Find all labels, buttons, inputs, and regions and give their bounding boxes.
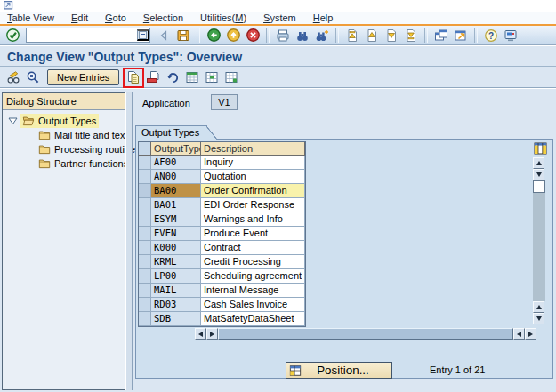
new-entries-button[interactable]: New Entries [47, 69, 119, 85]
last-page-icon[interactable] [402, 27, 420, 44]
customize-icon[interactable] [502, 27, 520, 44]
scroll-right-icon[interactable] [206, 328, 218, 340]
delete-line-icon[interactable] [144, 69, 162, 86]
sap-window: { "titlebar": { "window_icon": "window-f… [0, 0, 556, 392]
save-icon[interactable] [174, 27, 192, 44]
scroll-up-icon[interactable] [533, 301, 544, 313]
row-select-cell[interactable] [139, 269, 151, 284]
row-select-cell[interactable] [139, 184, 151, 198]
description-cell[interactable]: Warnings and Info [201, 212, 305, 227]
description-cell[interactable]: Scheduling agreement [201, 269, 305, 284]
vertical-scrollbar-trough[interactable] [533, 193, 545, 301]
row-select-cell[interactable] [139, 170, 151, 184]
description-cell[interactable]: Order Confirmation [201, 184, 305, 198]
scroll-up-icon[interactable] [533, 157, 544, 169]
menu-selection[interactable]: Selection [143, 12, 183, 23]
row-select-cell[interactable] [139, 212, 151, 227]
display-change-icon[interactable] [4, 69, 22, 86]
back-icon[interactable] [205, 27, 222, 44]
output-type-cell[interactable]: ESYM [151, 212, 201, 227]
shortcut-icon[interactable] [452, 27, 470, 44]
exit-icon[interactable] [224, 27, 242, 44]
scroll-down-icon[interactable] [533, 313, 544, 324]
output-type-cell[interactable]: AN00 [151, 170, 201, 184]
copy-icon[interactable] [125, 69, 142, 86]
description-cell[interactable]: Cash Sales Invoice [201, 298, 305, 312]
application-value-field[interactable]: V1 [211, 94, 238, 110]
menu-system[interactable]: System [263, 12, 296, 23]
menu-edit[interactable]: Edit [71, 12, 88, 23]
scroll-down-icon[interactable] [533, 169, 544, 180]
row-select-cell[interactable] [139, 198, 151, 212]
select-all-icon[interactable] [183, 69, 201, 86]
column-header-outputtype[interactable]: OutputType [151, 142, 201, 156]
overview-icon[interactable] [24, 69, 42, 86]
help-icon[interactable]: ? [482, 27, 500, 44]
output-type-cell[interactable]: LP00 [151, 269, 201, 284]
row-select-cell[interactable] [139, 284, 151, 298]
output-type-cell[interactable]: MAIL [151, 284, 201, 298]
position-grid-icon [289, 364, 303, 377]
description-cell[interactable]: Quotation [201, 170, 305, 184]
scroll-left-icon[interactable] [513, 328, 525, 340]
row-select-cell[interactable] [139, 255, 151, 269]
row-select-cell[interactable] [139, 227, 151, 241]
output-type-cell[interactable]: SDB [151, 312, 201, 326]
tree-item-mail-title-and-texts[interactable]: Mail title and texts [3, 128, 125, 142]
page-up-icon[interactable] [363, 27, 381, 44]
scroll-left-icon[interactable] [195, 328, 206, 340]
horizontal-scrollbar-thumb[interactable] [218, 328, 513, 340]
output-type-cell[interactable]: KRML [151, 255, 201, 269]
page-down-icon[interactable] [383, 27, 400, 44]
deselect-all-icon[interactable] [222, 69, 240, 86]
tree-item-partner-functions[interactable]: Partner functions [3, 156, 125, 171]
table-settings-icon[interactable] [533, 141, 548, 156]
position-button[interactable]: Position... [286, 362, 392, 379]
tree-item-output-types[interactable]: Output Types [3, 114, 125, 128]
new-session-icon[interactable] [432, 27, 450, 44]
select-all-column-header[interactable] [139, 142, 151, 156]
row-select-cell[interactable] [139, 156, 151, 170]
description-cell[interactable]: Produce Event [201, 227, 305, 241]
menu-table-view[interactable]: Table View [7, 12, 54, 23]
cancel-icon[interactable] [244, 27, 262, 44]
find-icon[interactable] [294, 27, 311, 44]
output-type-cell[interactable]: BA01 [151, 198, 201, 212]
vertical-scrollbar-thumb[interactable] [533, 180, 545, 193]
output-type-cell[interactable]: RD03 [151, 298, 201, 312]
command-history-dropdown-icon[interactable] [137, 29, 149, 41]
panel-splitter[interactable] [125, 92, 133, 390]
row-select-cell[interactable] [139, 298, 151, 312]
find-next-icon[interactable] [313, 27, 331, 44]
undo-icon[interactable] [164, 69, 181, 86]
description-cell[interactable]: Inquiry [201, 156, 305, 170]
output-type-cell[interactable]: EVEN [151, 227, 201, 241]
description-cell[interactable]: Contract [201, 241, 305, 255]
column-header-description[interactable]: Description [201, 142, 305, 156]
command-input[interactable] [27, 30, 137, 41]
description-cell[interactable]: MatSafetyDataSheet [201, 312, 305, 326]
print-icon[interactable] [274, 27, 292, 44]
output-type-cell[interactable]: AF00 [151, 156, 201, 170]
menu-utilities-m[interactable]: Utilities(M) [200, 12, 246, 23]
description-cell[interactable]: Internal Message [201, 284, 305, 298]
back-triangle-icon[interactable] [155, 27, 173, 44]
application-label: Application [142, 98, 190, 108]
dialog-structure-panel: Dialog Structure Output TypesMail title … [2, 92, 125, 390]
table-row: BA00Order Confirmation [139, 184, 305, 198]
first-page-icon[interactable] [343, 27, 361, 44]
row-select-cell[interactable] [139, 312, 151, 326]
scroll-right-icon[interactable] [525, 328, 536, 340]
command-field[interactable] [26, 28, 150, 43]
output-type-cell[interactable]: BA00 [151, 184, 201, 198]
description-cell[interactable]: Credit Processing [201, 255, 305, 269]
menu-goto[interactable]: Goto [105, 12, 126, 23]
tree-item-processing-routine[interactable]: Processing routine: [3, 142, 125, 156]
menu-help[interactable]: Help [313, 12, 334, 23]
select-block-icon[interactable] [203, 69, 221, 86]
enter-icon[interactable] [4, 27, 21, 44]
output-type-cell[interactable]: K000 [151, 241, 201, 255]
row-select-cell[interactable] [139, 241, 151, 255]
expander-open-icon[interactable] [8, 116, 19, 125]
description-cell[interactable]: EDI Order Response [201, 198, 305, 212]
